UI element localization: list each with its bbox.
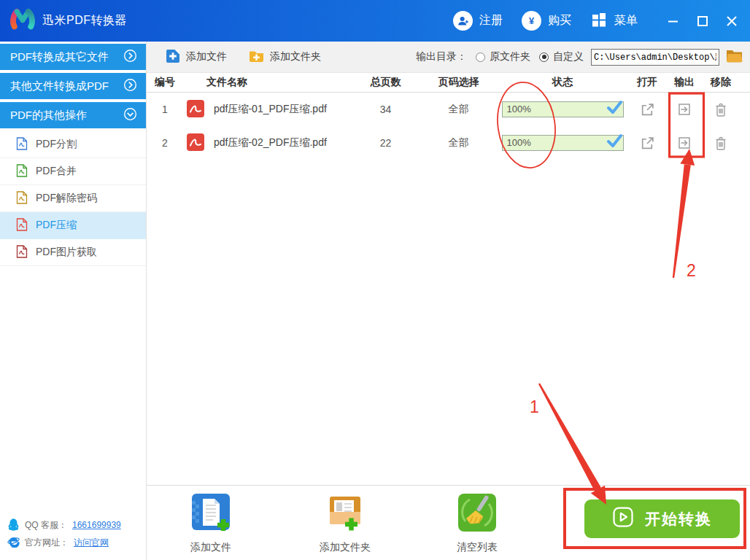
open-file-button[interactable] xyxy=(640,102,655,117)
app-window: 迅米PDF转换器 注册 ¥ 购买 xyxy=(0,0,750,560)
site-label: 官方网址： xyxy=(25,537,69,549)
logo-m-icon xyxy=(9,7,36,36)
add-folder-icon xyxy=(249,49,264,66)
col-header-output: 输出 xyxy=(666,76,703,89)
check-icon xyxy=(606,98,623,118)
col-header-status: 状态 xyxy=(497,76,628,89)
pdf-page-icon xyxy=(16,245,28,260)
pdf-page-icon xyxy=(16,164,28,179)
user-add-icon xyxy=(453,11,473,31)
toolbar: 添加文件 添加文件夹 输出目录： 原文件夹 xyxy=(147,42,750,73)
bottom-bar: 添加文件 添加文件夹 xyxy=(147,485,750,560)
browse-folder-button[interactable] xyxy=(726,49,743,65)
radio-custom[interactable]: 自定义 xyxy=(539,50,584,63)
grid-menu-icon xyxy=(590,11,608,31)
menu-button[interactable]: 菜单 xyxy=(590,11,638,31)
clear-list-button[interactable]: 清空列表 xyxy=(442,492,512,554)
page-count: 22 xyxy=(351,137,420,149)
folder-icon xyxy=(726,49,743,65)
sidebar-item-pdf-split[interactable]: PDF分割 xyxy=(0,131,146,158)
ie-globe-icon xyxy=(7,535,20,550)
add-folder-button[interactable]: 添加文件夹 xyxy=(249,49,321,66)
radio-circle-checked xyxy=(539,52,549,62)
qq-label: QQ 客服： xyxy=(25,519,67,532)
start-convert-button[interactable]: 开始转换 xyxy=(584,499,740,538)
pdf-page-icon xyxy=(16,191,28,206)
pdf-file-icon xyxy=(186,133,205,154)
add-folder-big-button[interactable]: 添加文件夹 xyxy=(310,492,380,554)
yen-icon: ¥ xyxy=(522,11,541,31)
check-icon xyxy=(606,132,623,152)
add-file-big-button[interactable]: 添加文件 xyxy=(176,492,246,554)
output-path-input[interactable] xyxy=(591,49,719,66)
sidebar-footer: QQ 客服：1661699939 官方网址：访问官网 xyxy=(7,516,121,551)
row-number: 1 xyxy=(147,104,183,115)
row-number: 2 xyxy=(147,137,183,149)
col-header-remove: 移除 xyxy=(703,76,739,89)
sidebar-group-pdf-other-ops[interactable]: PDF的其他操作 xyxy=(0,102,146,128)
trash-icon[interactable] xyxy=(714,102,728,117)
sidebar-item-pdf-compress[interactable]: PDF压缩 xyxy=(0,212,146,239)
add-file-icon xyxy=(166,49,180,66)
site-link[interactable]: 访问官网 xyxy=(74,537,109,549)
titlebar-brand: 迅米PDF转换器 xyxy=(9,7,127,36)
maximize-icon[interactable] xyxy=(696,15,709,28)
pdf-page-icon xyxy=(16,218,28,233)
output-dir-label: 输出目录： xyxy=(416,50,467,63)
file-name: pdf压缩-02_PDF压缩.pdf xyxy=(214,136,327,149)
page-range[interactable]: 全部 xyxy=(420,103,497,116)
open-output-button[interactable] xyxy=(677,102,692,117)
play-icon xyxy=(612,506,634,532)
trash-icon[interactable] xyxy=(714,136,728,151)
clear-list-label: 清空列表 xyxy=(442,541,512,554)
sidebar-item-pdf-remove-password[interactable]: PDF解除密码 xyxy=(0,185,146,212)
main-panel: 添加文件 添加文件夹 输出目录： 原文件夹 xyxy=(147,42,750,560)
close-icon[interactable] xyxy=(725,15,738,28)
start-convert-label: 开始转换 xyxy=(645,509,712,529)
register-button[interactable]: 注册 xyxy=(453,11,503,31)
add-file-icon xyxy=(190,524,231,537)
chevron-right-circle-icon xyxy=(123,49,137,65)
qq-number-link[interactable]: 1661699939 xyxy=(72,520,121,530)
chevron-right-circle-icon xyxy=(123,78,137,94)
app-title: 迅米PDF转换器 xyxy=(42,13,127,28)
add-folder-label: 添加文件夹 xyxy=(310,541,380,554)
purchase-button[interactable]: ¥ 购买 xyxy=(522,11,571,31)
purchase-label: 购买 xyxy=(548,13,571,28)
add-folder-icon xyxy=(325,524,366,537)
table-row: 2 pdf压缩-02_PDF压缩.pdf 22 全部 100% xyxy=(147,126,750,160)
clear-broom-icon xyxy=(457,524,498,537)
minimize-icon[interactable] xyxy=(667,15,680,28)
open-file-button[interactable] xyxy=(640,136,655,151)
col-header-no: 编号 xyxy=(147,76,183,89)
sidebar-group-pdf-to-other[interactable]: PDF转换成其它文件 xyxy=(0,44,146,70)
titlebar: 迅米PDF转换器 注册 ¥ 购买 xyxy=(0,0,750,42)
radio-original-folder[interactable]: 原文件夹 xyxy=(476,50,530,63)
col-header-pages: 总页数 xyxy=(351,76,420,89)
add-file-button[interactable]: 添加文件 xyxy=(166,49,227,66)
radio-circle xyxy=(476,52,485,62)
file-name: pdf压缩-01_PDF压缩.pdf xyxy=(214,103,327,116)
pdf-page-icon xyxy=(16,137,28,152)
register-label: 注册 xyxy=(479,13,503,28)
col-header-range: 页码选择 xyxy=(420,76,497,89)
sidebar-item-pdf-merge[interactable]: PDF合并 xyxy=(0,158,146,185)
menu-label: 菜单 xyxy=(614,13,638,28)
col-header-open: 打开 xyxy=(628,76,666,89)
add-file-label: 添加文件 xyxy=(176,541,246,554)
pdf-file-icon xyxy=(186,99,205,120)
sidebar: PDF转换成其它文件 其他文件转换成PDF PDF的其他操作 xyxy=(0,42,147,560)
page-count: 34 xyxy=(351,104,420,115)
qq-penguin-icon xyxy=(7,518,20,533)
chevron-down-circle-icon xyxy=(123,107,137,123)
sidebar-group-other-to-pdf[interactable]: 其他文件转换成PDF xyxy=(0,73,146,99)
col-header-filename: 文件名称 xyxy=(183,76,351,89)
sidebar-item-pdf-extract-images[interactable]: PDF图片获取 xyxy=(0,239,146,266)
table-header: 编号 文件名称 总页数 页码选择 状态 打开 输出 移除 xyxy=(147,73,750,93)
table-row: 1 pdf压缩-01_PDF压缩.pdf 34 全部 100% xyxy=(147,93,750,126)
svg-text:¥: ¥ xyxy=(529,15,535,26)
open-output-button[interactable] xyxy=(677,136,692,150)
page-range[interactable]: 全部 xyxy=(420,136,497,149)
